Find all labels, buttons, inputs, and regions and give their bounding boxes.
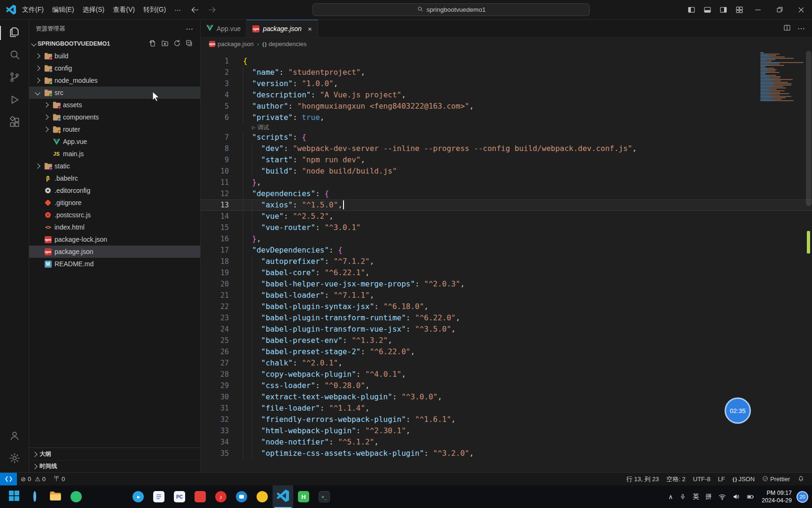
line-number[interactable]: 2 [201,67,243,78]
line-number[interactable]: 31 [201,403,243,414]
taskbar-item-music-app[interactable]: ♪ [211,485,231,508]
activity-item-account[interactable] [0,425,29,448]
line-number[interactable]: 4 [201,89,243,101]
close-button[interactable] [790,0,812,20]
tree-item-node_modules[interactable]: node_modules [29,74,200,87]
split-editor-button[interactable] [783,24,791,33]
taskbar-item-green-app[interactable] [66,485,86,508]
taskbar-item-red-app[interactable] [190,485,211,508]
status-空格--2[interactable]: 空格: 2 [663,473,689,485]
minimap[interactable] [758,52,804,472]
code-line[interactable]: 15 "vue-router": "^3.0.1" [201,222,812,233]
tree-item-src[interactable]: src [29,87,200,99]
line-number[interactable]: 20 [201,278,243,290]
line-number[interactable]: 34 [201,437,243,448]
line-number[interactable]: 28 [201,369,243,380]
code-line[interactable]: 18 "autoprefixer": "^7.1.2", [201,256,812,267]
taskbar-item-file-explorer[interactable] [45,485,66,508]
sidebar-more-button[interactable]: ⋯ [186,24,194,33]
customize-layout-icon[interactable] [731,0,747,20]
activity-item-settings[interactable] [0,448,29,470]
tree-item-.postcssrc.js[interactable]: .postcssrc.js [29,209,200,221]
tree-item-package-lock.json[interactable]: npmpackage-lock.json [29,233,200,246]
tree-item-components[interactable]: components [29,111,200,123]
line-number[interactable]: 19 [201,267,243,278]
line-number[interactable]: 25 [201,335,243,346]
line-number[interactable]: 18 [201,256,243,267]
code-line[interactable]: 34 "node-notifier": "^5.1.2", [201,437,812,448]
tree-item-config[interactable]: config [29,62,200,74]
toggle-panel-icon[interactable] [699,0,715,20]
activity-item-source-control[interactable] [0,67,29,89]
code-line[interactable]: 28 "copy-webpack-plugin": "^4.0.1", [201,369,812,380]
code-line[interactable]: 6 "private": true, [201,112,812,123]
code-line[interactable]: 35 "optimize-css-assets-webpack-plugin":… [201,448,812,459]
line-number[interactable]: 9 [201,154,243,166]
remote-indicator[interactable] [0,473,17,485]
code-line[interactable]: 2 "name": "studentproject", [201,67,812,78]
code-line[interactable]: 12 "dependencies": { [201,188,812,199]
code-line[interactable]: 26 "babel-preset-stage-2": "^6.22.0", [201,346,812,357]
line-number[interactable]: 16 [201,233,243,245]
code-line[interactable]: 11 }, [201,177,812,188]
tree-item-.babelrc[interactable]: β.babelrc [29,172,200,184]
line-number[interactable]: 21 [201,290,243,301]
taskbar-item-meeting-app[interactable] [231,485,252,508]
line-number[interactable]: 35 [201,448,243,459]
code-editor[interactable]: 1{2 "name": "studentproject",3 "version"… [201,50,812,472]
code-line[interactable]: 1{ [201,56,812,67]
volume-icon[interactable] [730,493,743,500]
tree-item-App.vue[interactable]: App.vue [29,135,200,148]
taskbar-item-yellow-app[interactable] [252,485,273,508]
line-number[interactable]: 8 [201,143,243,154]
line-number[interactable]: 17 [201,245,243,256]
taskbar-item-search-app[interactable] [24,485,45,508]
new-file-button[interactable] [148,39,158,49]
code-line[interactable]: 23 "babel-plugin-transform-runtime": "^6… [201,312,812,324]
code-line[interactable]: 10 "build": "node build/build.js" [201,166,812,177]
line-number[interactable]: 10 [201,166,243,177]
line-number[interactable]: 12 [201,188,243,199]
tree-item-.editorconfig[interactable]: .editorconfig [29,184,200,197]
line-number[interactable]: 23 [201,312,243,324]
restore-button[interactable] [769,0,790,20]
line-number[interactable]: 1 [201,56,243,67]
notification-badge[interactable]: 20 [796,491,808,503]
scrollbar-thumb[interactable] [806,51,812,206]
status-Prettier[interactable]: Prettier [758,473,794,485]
code-line[interactable]: 16 }, [201,233,812,245]
line-number[interactable]: 24 [201,324,243,335]
language-indicator[interactable]: 英 [690,492,702,501]
refresh-button[interactable] [172,39,182,49]
taskbar-item-firefox[interactable] [107,485,128,508]
line-number[interactable]: 22 [201,301,243,312]
tree-item-assets[interactable]: assets [29,99,200,111]
tree-item-static[interactable]: static [29,160,200,172]
line-number[interactable]: 27 [201,357,243,369]
line-number[interactable]: 3 [201,78,243,89]
code-line[interactable]: 22 "babel-plugin-syntax-jsx": "^6.18.0", [201,301,812,312]
code-line[interactable]: 17 "devDependencies": { [201,245,812,256]
tree-item-.gitignore[interactable]: .gitignore [29,197,200,209]
tree-item-build[interactable]: build [29,50,200,62]
breadcrumb-item-package.json[interactable]: npmpackage.json [209,40,254,48]
activity-item-explorer[interactable] [0,22,29,44]
codelens-debug[interactable]: ▷调试 [201,123,812,132]
ime-indicator[interactable]: 拼 [703,492,715,501]
command-center[interactable]: springbootvuedemo1 [312,3,590,16]
tree-item-package.json[interactable]: npmpackage.json [29,246,200,258]
toggle-secondary-sidebar-icon[interactable] [715,0,731,20]
taskbar-item-chrome[interactable] [86,485,107,508]
nav-forward-icon[interactable] [205,6,219,14]
code-line[interactable]: 29 "css-loader": "^0.28.0", [201,380,812,391]
line-number[interactable]: 33 [201,425,243,437]
code-line[interactable]: 9 "start": "npm run dev", [201,154,812,166]
code-line[interactable]: 24 "babel-plugin-transform-vue-jsx": "^3… [201,324,812,335]
code-line[interactable]: 33 "html-webpack-plugin": "^2.30.1", [201,425,812,437]
status-行-13--列-23[interactable]: 行 13, 列 23 [623,473,663,485]
line-number[interactable]: 13 [201,199,243,211]
line-number[interactable]: 30 [201,391,243,403]
taskbar-item-start[interactable] [4,485,24,508]
activity-item-search[interactable] [0,44,29,67]
tray-chevron-up-icon[interactable]: ∧ [665,493,676,500]
